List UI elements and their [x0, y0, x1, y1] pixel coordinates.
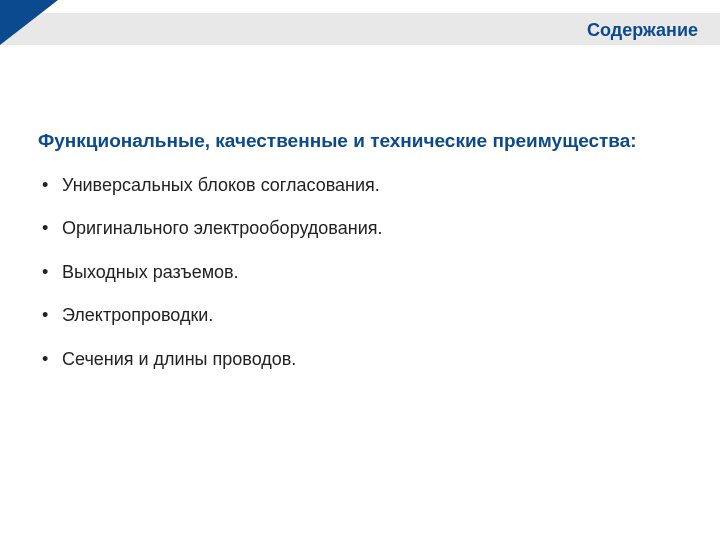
list-item: Электропроводки.: [42, 304, 690, 327]
list-item: Выходных разъемов.: [42, 261, 690, 284]
corner-decoration: [0, 0, 58, 45]
list-item: Сечения и длины проводов.: [42, 348, 690, 371]
list-item: Оригинального электрооборудования.: [42, 217, 690, 240]
list-item: Универсальных блоков согласования.: [42, 174, 690, 197]
section-heading: Функциональные, качественные и техническ…: [38, 130, 690, 152]
bullet-list: Универсальных блоков согласования. Ориги…: [38, 174, 690, 371]
page-title: Содержание: [587, 20, 698, 41]
main-content: Функциональные, качественные и техническ…: [38, 130, 690, 391]
